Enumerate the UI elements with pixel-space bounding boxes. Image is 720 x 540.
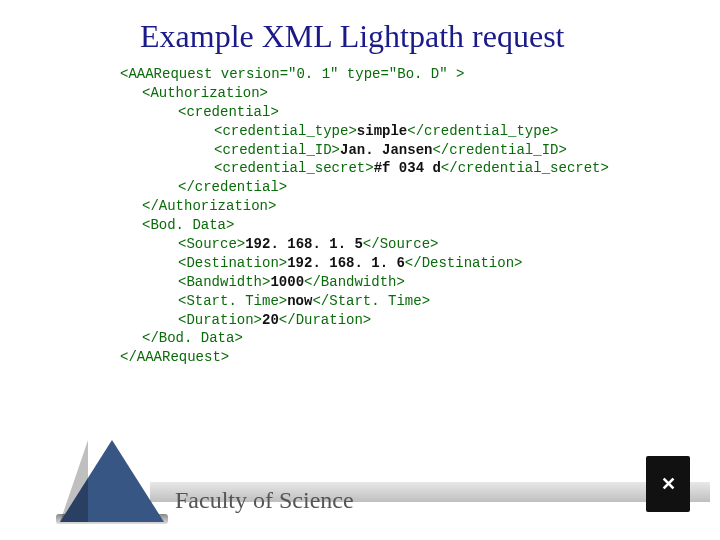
pyramid-icon: [60, 432, 165, 522]
tag-dur-open: <Duration>: [178, 312, 262, 328]
university-crest-icon: ✕: [646, 456, 690, 512]
tag-dst-open: <Destination>: [178, 255, 287, 271]
tag-dst-close: </Destination>: [405, 255, 523, 271]
tag-credid-open: <credential_ID>: [214, 142, 340, 158]
tag-st-open: <Start. Time>: [178, 293, 287, 309]
tag-src-close: </Source>: [363, 236, 439, 252]
tag-st-close: </Start. Time>: [312, 293, 430, 309]
tag-credtype-open: <credential_type>: [214, 123, 357, 139]
tag-bod-open: <Bod. Data>: [142, 217, 234, 233]
val-bw: 1000: [270, 274, 304, 290]
tag-credtype-close: </credential_type>: [407, 123, 558, 139]
tag-auth-close: </Authorization>: [142, 198, 276, 214]
tag-bw-close: </Bandwidth>: [304, 274, 405, 290]
tag-auth-open: <Authorization>: [142, 85, 268, 101]
val-credid: Jan. Jansen: [340, 142, 432, 158]
val-st: now: [287, 293, 312, 309]
val-credtype: simple: [357, 123, 407, 139]
faculty-label: Faculty of Science: [175, 487, 354, 514]
tag-cred-close: </credential>: [178, 179, 287, 195]
slide-title: Example XML Lightpath request: [0, 0, 720, 65]
tag-credsec-close: </credential_secret>: [441, 160, 609, 176]
val-dur: 20: [262, 312, 279, 328]
footer: Faculty of Science ✕: [0, 440, 720, 530]
xml-code-block: <AAARequest version="0. 1" type="Bo. D" …: [0, 65, 720, 367]
tag-dur-close: </Duration>: [279, 312, 371, 328]
tag-credsec-open: <credential_secret>: [214, 160, 374, 176]
tag-credid-close: </credential_ID>: [432, 142, 566, 158]
tag-bod-close: </Bod. Data>: [142, 330, 243, 346]
tag-root-open: <AAARequest version="0. 1" type="Bo. D" …: [120, 66, 464, 82]
tag-bw-open: <Bandwidth>: [178, 274, 270, 290]
tag-root-close: </AAARequest>: [120, 349, 229, 365]
val-src: 192. 168. 1. 5: [245, 236, 363, 252]
tag-src-open: <Source>: [178, 236, 245, 252]
crest-x-icon: ✕: [661, 473, 676, 495]
val-dst: 192. 168. 1. 6: [287, 255, 405, 271]
val-credsec: #f 034 d: [374, 160, 441, 176]
tag-cred-open: <credential>: [178, 104, 279, 120]
